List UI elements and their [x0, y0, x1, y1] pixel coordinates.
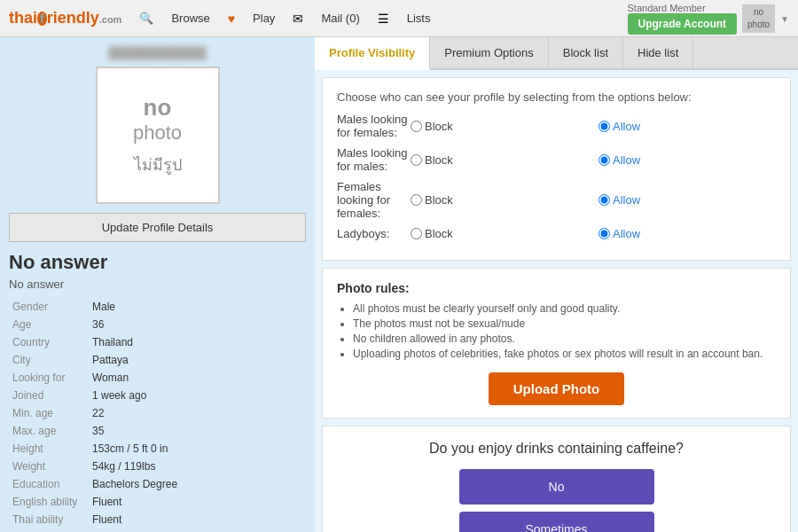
allow-radio-label[interactable]: Allow — [598, 120, 776, 133]
field-label: Looking for — [9, 369, 89, 387]
allow-radio-label[interactable]: Allow — [598, 193, 776, 207]
visibility-row: Females looking for females: Block Allow — [337, 180, 776, 220]
field-label: Gender — [9, 298, 89, 316]
profile-image-box: no photo ไม่มีรูป — [96, 66, 220, 204]
allow-radio[interactable] — [598, 194, 610, 206]
member-label: Standard Member — [628, 3, 738, 13]
content-area: Profile Visibility Premium Options Block… — [315, 37, 798, 532]
rules-list: All photos must be clearly yourself only… — [353, 302, 776, 360]
visibility-row-label: Ladyboys: — [337, 227, 411, 240]
tab-profile-visibility[interactable]: Profile Visibility — [315, 37, 430, 70]
visibility-row: Males looking for males: Block Allow — [337, 146, 776, 173]
thai-no-photo: ไม่มีรูป — [134, 152, 182, 177]
heart-icon — [228, 12, 235, 26]
profile-table-row: Joined1 week ago — [9, 387, 306, 404]
search-icon — [139, 12, 153, 25]
mail-icon — [293, 12, 303, 26]
nav-play[interactable]: Play — [253, 12, 275, 25]
field-value: 54kg / 119lbs — [89, 458, 306, 475]
tab-hide-list[interactable]: Hide list — [623, 37, 693, 68]
profile-table-row: CountryThailand — [9, 333, 306, 351]
no-text: no — [144, 94, 172, 121]
allow-radio[interactable] — [598, 121, 610, 132]
block-radio[interactable] — [411, 228, 422, 239]
visibility-row-label: Females looking for females: — [337, 180, 411, 220]
block-radio[interactable] — [411, 194, 422, 206]
profile-table-row: Min. age22 — [9, 404, 306, 422]
username-blurred: ████████████ — [9, 46, 306, 59]
field-label: Min. age — [9, 404, 89, 422]
block-radio-label[interactable]: Block — [411, 153, 588, 167]
radio-group: Block Allow — [411, 120, 776, 133]
visibility-row: Ladyboys: Block Allow — [337, 227, 776, 240]
tabs: Profile Visibility Premium Options Block… — [315, 37, 798, 70]
field-label: Age — [9, 316, 89, 333]
allow-radio-label[interactable]: Allow — [598, 227, 776, 240]
field-value: Woman — [89, 369, 306, 387]
radio-group: Block Allow — [411, 153, 776, 167]
block-radio-label[interactable]: Block — [411, 227, 588, 240]
profile-table-row: Weight54kg / 119lbs — [9, 458, 306, 475]
profile-table-row: Thai abilityFluent — [9, 511, 306, 528]
field-label: Weight — [9, 458, 89, 475]
field-label: Height — [9, 440, 89, 458]
field-label: Max. age — [9, 422, 89, 440]
caffeine-question: Do you enjoy drinks containing caffeine? — [337, 441, 776, 457]
tab-premium-options[interactable]: Premium Options — [430, 37, 548, 68]
photo-rule-item: Uploading photos of celebrities, fake ph… — [353, 348, 776, 360]
visibility-rows: Males looking for females: Block Allow M… — [337, 113, 776, 240]
photo-rule-item: The photos must not be sexual/nude — [353, 317, 776, 330]
sidebar: ████████████ no photo ไม่มีรูป Update Pr… — [0, 37, 315, 532]
caffeine-answers: NoSometimesOften — [337, 469, 776, 532]
dropdown-icon[interactable] — [780, 12, 789, 25]
tab-block-list[interactable]: Block list — [549, 37, 623, 68]
photo-rules: All photos must be clearly yourself only… — [337, 302, 776, 360]
block-radio-label[interactable]: Block — [411, 120, 588, 133]
nav-lists[interactable]: Lists — [407, 12, 431, 25]
caffeine-answer-button[interactable]: No — [459, 469, 654, 505]
nav-browse[interactable]: Browse — [171, 12, 209, 25]
allow-radio[interactable] — [598, 228, 610, 239]
allow-radio-label[interactable]: Allow — [598, 153, 776, 167]
visibility-row: Males looking for females: Block Allow — [337, 113, 776, 139]
profile-table-row: Max. age35 — [9, 422, 306, 440]
field-label: English ability — [9, 493, 89, 511]
profile-sub: No answer — [9, 278, 306, 291]
main: ████████████ no photo ไม่มีรูป Update Pr… — [0, 37, 798, 532]
header: thaifriendly.com Browse Play Mail (0) Li… — [0, 0, 798, 37]
allow-radio[interactable] — [598, 154, 610, 166]
field-label: City — [9, 351, 89, 369]
visibility-section: Choose who can see your profile by selec… — [322, 77, 791, 261]
update-profile-button[interactable]: Update Profile Details — [9, 213, 306, 242]
block-radio-label[interactable]: Block — [411, 193, 588, 207]
logo[interactable]: thaifriendly.com — [9, 9, 121, 27]
list-icon — [378, 12, 389, 26]
profile-table-row: English abilityFluent — [9, 493, 306, 511]
visibility-description: Choose who can see your profile by selec… — [337, 90, 776, 104]
nav-mail[interactable]: Mail (0) — [321, 12, 359, 25]
radio-group: Block Allow — [411, 227, 776, 240]
field-label: Education — [9, 475, 89, 493]
photo-rule-item: No children allowed in any photos. — [353, 332, 776, 345]
profile-table: GenderMaleAge36CountryThailandCityPattay… — [9, 298, 306, 528]
upload-photo-button[interactable]: Upload Photo — [489, 372, 625, 405]
field-value: Fluent — [89, 493, 306, 511]
field-value: Pattaya — [89, 351, 306, 369]
field-value: 1 week ago — [89, 387, 306, 404]
radio-group: Block Allow — [411, 193, 776, 207]
field-label: Country — [9, 333, 89, 351]
block-radio[interactable] — [411, 154, 422, 166]
block-radio[interactable] — [411, 121, 422, 132]
caffeine-answer-button[interactable]: Sometimes — [459, 512, 654, 532]
visibility-row-label: Males looking for males: — [337, 146, 411, 173]
field-value: Thailand — [89, 333, 306, 351]
profile-table-row: CityPattaya — [9, 351, 306, 369]
photo-rule-item: All photos must be clearly yourself only… — [353, 302, 776, 315]
header-right: Standard Member Upgrade Account nophoto — [628, 3, 790, 35]
upgrade-button[interactable]: Upgrade Account — [628, 13, 738, 35]
profile-table-row: EducationBachelors Degree — [9, 475, 306, 493]
profile-name: No answer — [9, 251, 306, 274]
field-value: 35 — [89, 422, 306, 440]
field-value: Bachelors Degree — [89, 475, 306, 493]
field-value: 153cm / 5 ft 0 in — [89, 440, 306, 458]
